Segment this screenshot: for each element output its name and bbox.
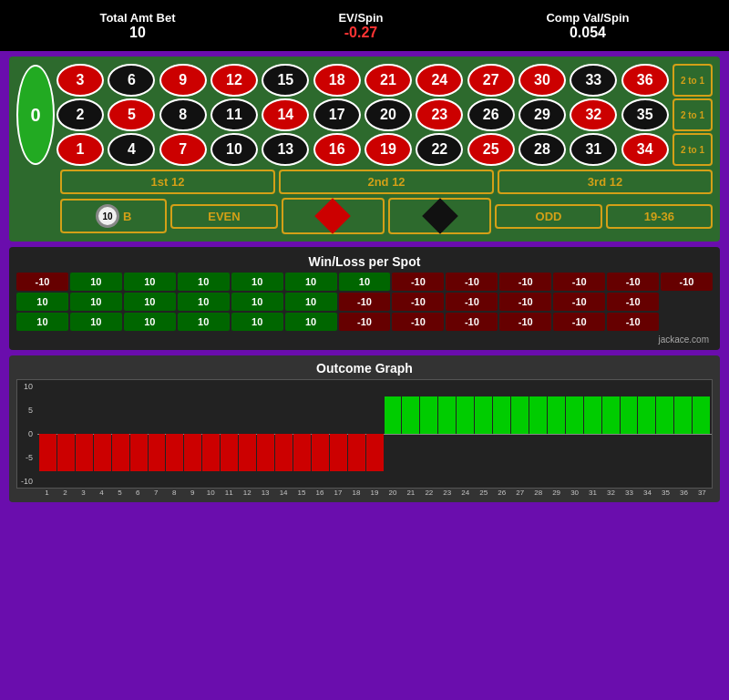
number-30[interactable]: 30 [519, 64, 566, 97]
number-9[interactable]: 9 [159, 64, 207, 97]
x-axis-labels: 1234567891011121314151617181920212223242… [36, 489, 713, 497]
wl-cell-2-3: 10 [178, 313, 230, 331]
wl-cell-0-11: -10 [607, 273, 659, 291]
x-label-12: 12 [239, 489, 256, 497]
bar-32 [602, 380, 620, 488]
wl-cell-2-4: 10 [231, 313, 283, 331]
number-7[interactable]: 7 [159, 133, 207, 166]
bar-19 [366, 380, 384, 488]
number-26[interactable]: 26 [467, 98, 515, 131]
bar-37 [693, 380, 710, 488]
y-label-neg10: -10 [17, 477, 36, 486]
number-10[interactable]: 10 [210, 133, 258, 166]
number-18[interactable]: 18 [313, 64, 361, 97]
number-35[interactable]: 35 [621, 98, 669, 131]
number-14[interactable]: 14 [262, 98, 309, 131]
wl-cell-1-9: -10 [499, 293, 551, 311]
number-19[interactable]: 19 [364, 133, 412, 166]
x-label-6: 6 [129, 489, 147, 497]
dozen-1st[interactable]: 1st 12 [60, 170, 275, 194]
number-32[interactable]: 32 [570, 98, 617, 131]
chip-bet-box[interactable]: 10 B [60, 199, 167, 233]
bar-17 [330, 380, 347, 488]
number-27[interactable]: 27 [467, 64, 515, 97]
x-label-23: 23 [438, 489, 456, 497]
number-2[interactable]: 2 [56, 98, 104, 131]
high-box[interactable]: 19-36 [606, 204, 713, 229]
x-label-7: 7 [148, 489, 165, 497]
zero-oval[interactable]: 0 [16, 65, 55, 165]
number-23[interactable]: 23 [416, 98, 463, 131]
number-28[interactable]: 28 [519, 133, 566, 166]
number-12[interactable]: 12 [210, 64, 258, 97]
bar-21 [402, 380, 419, 488]
wl-cell-0-10: -10 [553, 273, 605, 291]
wl-cell-1-5: 10 [285, 293, 337, 311]
number-33[interactable]: 33 [570, 64, 617, 97]
number-1[interactable]: 1 [56, 133, 104, 166]
x-label-27: 27 [511, 489, 529, 497]
number-29[interactable]: 29 [519, 98, 566, 131]
bar-8 [166, 380, 183, 488]
x-label-2: 2 [56, 489, 74, 497]
ev-spin-value: -0.27 [338, 25, 383, 41]
bar-22 [420, 380, 437, 488]
x-label-28: 28 [529, 489, 547, 497]
dozen-3rd[interactable]: 3rd 12 [498, 170, 713, 194]
number-15[interactable]: 15 [262, 64, 309, 97]
number-5[interactable]: 5 [108, 98, 155, 131]
number-24[interactable]: 24 [416, 64, 463, 97]
wl-cell-0-8: -10 [446, 273, 498, 291]
black-diamond-icon [422, 198, 458, 234]
wl-cell-1-2: 10 [124, 293, 176, 311]
bars-container [37, 380, 712, 488]
number-8[interactable]: 8 [159, 98, 207, 131]
col-bet-3[interactable]: 2 to 1 [673, 133, 713, 166]
comp-val-label: Comp Val/Spin [546, 11, 629, 25]
number-22[interactable]: 22 [416, 133, 463, 166]
bar-14 [275, 380, 293, 488]
wl-cell-1-10: -10 [553, 293, 605, 311]
number-11[interactable]: 11 [210, 98, 258, 131]
total-amt-bet-value: 10 [99, 25, 175, 41]
x-label-11: 11 [221, 489, 238, 497]
number-20[interactable]: 20 [364, 98, 412, 131]
number-13[interactable]: 13 [262, 133, 309, 166]
low-label: B [123, 210, 131, 223]
x-label-32: 32 [602, 489, 620, 497]
wl-cell-1-3: 10 [178, 293, 230, 311]
bar-26 [493, 380, 510, 488]
win-loss-section: Win/Loss per Spot -10101010101010-10-10-… [9, 247, 720, 350]
col-bet-2[interactable]: 2 to 1 [673, 98, 713, 131]
dozen-2nd[interactable]: 2nd 12 [279, 170, 494, 194]
number-6[interactable]: 6 [108, 64, 155, 97]
number-4[interactable]: 4 [108, 133, 155, 166]
red-diamond-box[interactable] [282, 198, 385, 234]
graph-area: 10 5 0 -5 -10 [16, 379, 713, 489]
wl-cell-2-5: 10 [285, 313, 337, 331]
black-diamond-box[interactable] [388, 198, 491, 234]
odd-box[interactable]: ODD [495, 204, 601, 229]
bar-28 [529, 380, 547, 488]
number-31[interactable]: 31 [570, 133, 617, 166]
bar-36 [674, 380, 692, 488]
number-25[interactable]: 25 [467, 133, 515, 166]
zero-column[interactable]: 0 [16, 64, 55, 166]
table-grid: 0 36912151821242730333625811141720232629… [16, 64, 713, 166]
number-21[interactable]: 21 [364, 64, 412, 97]
wl-cell-0-6: 10 [339, 273, 391, 291]
x-label-3: 3 [75, 489, 92, 497]
number-17[interactable]: 17 [313, 98, 361, 131]
number-34[interactable]: 34 [621, 133, 669, 166]
bar-1 [39, 380, 56, 488]
number-16[interactable]: 16 [313, 133, 361, 166]
bar-5 [112, 380, 129, 488]
wl-cell-0-0: -10 [16, 273, 68, 291]
even-box[interactable]: EVEN [170, 204, 277, 229]
number-36[interactable]: 36 [621, 64, 669, 97]
comp-val-section: Comp Val/Spin 0.054 [546, 11, 629, 41]
x-label-1: 1 [38, 489, 56, 497]
col-bet-1[interactable]: 2 to 1 [673, 64, 713, 97]
number-3[interactable]: 3 [56, 64, 104, 97]
wl-cell-1-8: -10 [446, 293, 498, 311]
